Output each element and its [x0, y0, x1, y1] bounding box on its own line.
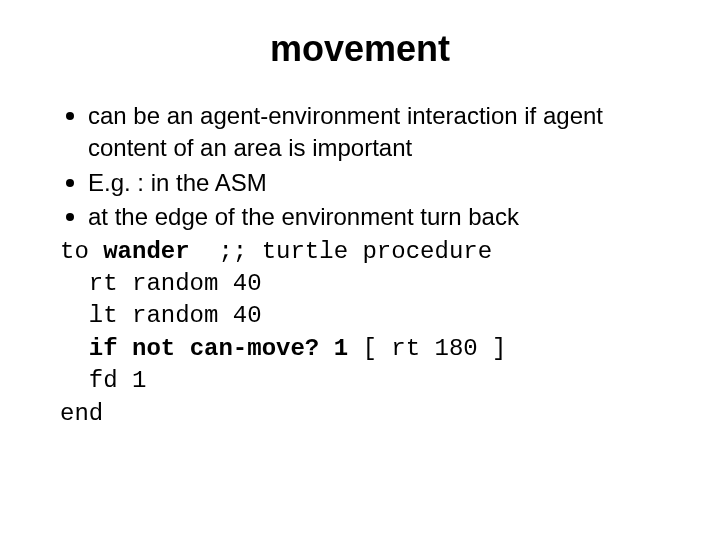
code-indent [60, 335, 89, 362]
code-block: to wander ;; turtle procedure rt random … [60, 236, 660, 430]
bullet-text: at the edge of the environment turn back [88, 201, 660, 233]
bullet-dot-icon [66, 179, 74, 187]
bullet-text: can be an agent-environment interaction … [88, 100, 660, 165]
bullet-dot-icon [66, 213, 74, 221]
slide-content: can be an agent-environment interaction … [60, 100, 660, 430]
code-line: fd 1 [60, 365, 660, 397]
code-to-keyword: to [60, 238, 103, 265]
code-line: rt random 40 [60, 268, 660, 300]
code-if-keyword: if not can-move? 1 [89, 335, 348, 362]
code-if-rest: [ rt 180 ] [348, 335, 506, 362]
slide: movement can be an agent-environment int… [0, 0, 720, 540]
bullet-item: E.g. : in the ASM [60, 167, 660, 199]
code-end: end [60, 398, 660, 430]
slide-title: movement [60, 28, 660, 70]
code-line: lt random 40 [60, 300, 660, 332]
code-if-line: if not can-move? 1 [ rt 180 ] [60, 333, 660, 365]
bullet-item: can be an agent-environment interaction … [60, 100, 660, 165]
code-comment: ;; turtle procedure [190, 238, 492, 265]
bullet-text: E.g. : in the ASM [88, 167, 660, 199]
code-proc-name: wander [103, 238, 189, 265]
code-header-line: to wander ;; turtle procedure [60, 236, 660, 268]
bullet-item: at the edge of the environment turn back [60, 201, 660, 233]
bullet-dot-icon [66, 112, 74, 120]
